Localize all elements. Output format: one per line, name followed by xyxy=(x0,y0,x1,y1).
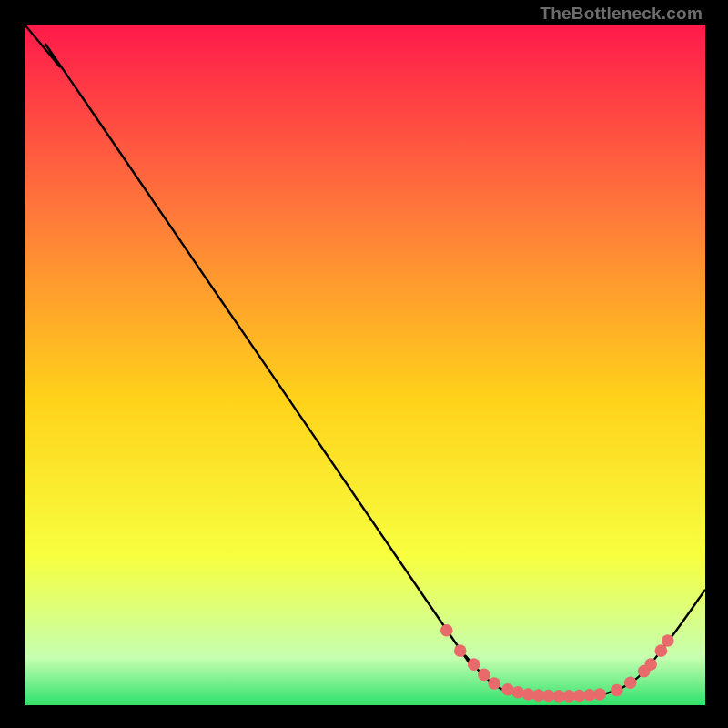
data-marker xyxy=(644,658,657,671)
data-marker xyxy=(655,644,668,657)
data-marker xyxy=(478,669,490,682)
chart-svg xyxy=(25,25,705,705)
data-marker xyxy=(512,686,525,699)
data-marker xyxy=(593,688,606,701)
data-marker xyxy=(440,624,453,637)
data-marker xyxy=(611,684,623,697)
data-marker xyxy=(624,677,637,690)
plot-area xyxy=(25,25,705,705)
bottleneck-curve xyxy=(25,25,705,697)
data-marker xyxy=(662,634,674,647)
watermark-text: TheBottleneck.com xyxy=(540,4,703,24)
data-marker xyxy=(488,677,500,690)
data-marker xyxy=(454,644,467,657)
data-marker xyxy=(468,658,480,671)
chart-stage: TheBottleneck.com xyxy=(0,0,728,728)
data-markers xyxy=(440,624,674,703)
